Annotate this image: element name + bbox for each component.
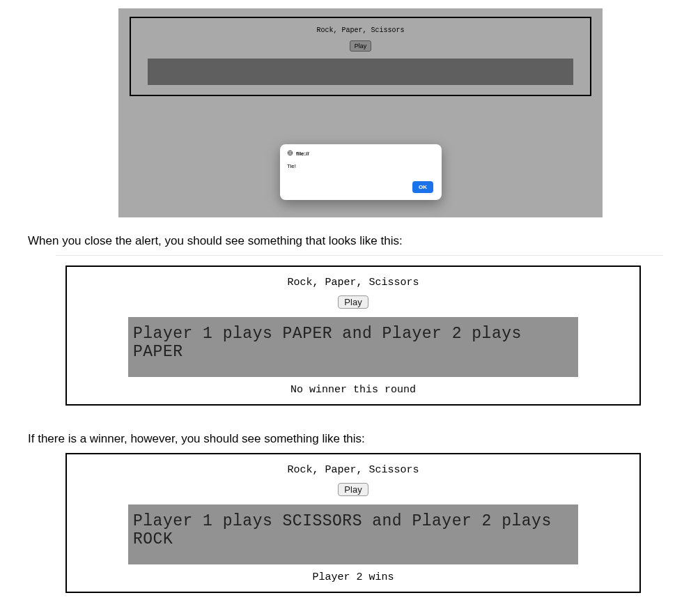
figure-winner-screenshot: Rock, Paper, Scissors Play Player 1 play…: [65, 453, 641, 593]
play-button[interactable]: Play: [338, 483, 368, 496]
round-output-bar: [148, 59, 573, 85]
result-text: No winner this round: [67, 384, 639, 396]
alert-header: file://: [287, 150, 435, 157]
game-container: Rock, Paper, Scissors Play: [130, 17, 591, 96]
game-title: Rock, Paper, Scissors: [148, 26, 573, 34]
globe-icon: [287, 150, 293, 157]
game-title: Rock, Paper, Scissors: [67, 277, 639, 288]
spacer: [0, 593, 691, 611]
alert-origin: file://: [296, 151, 309, 157]
divider: [56, 255, 663, 256]
figure-alert-screenshot: Rock, Paper, Scissors Play file:// Tie! …: [118, 8, 603, 217]
round-output-bar: Player 1 plays PAPER and Player 2 plays …: [128, 317, 578, 377]
play-button[interactable]: Play: [350, 40, 372, 52]
game-title: Rock, Paper, Scissors: [67, 464, 639, 476]
alert-message: Tie!: [287, 163, 435, 169]
result-text: Player 2 wins: [67, 571, 639, 583]
ok-button[interactable]: OK: [412, 181, 433, 193]
play-button[interactable]: Play: [338, 295, 368, 309]
figure-tie-screenshot: Rock, Paper, Scissors Play Player 1 play…: [65, 265, 641, 406]
instruction-text: If there is a winner, however, you shoul…: [28, 432, 641, 446]
instruction-text: When you close the alert, you should see…: [28, 234, 641, 248]
document-page: Rock, Paper, Scissors Play file:// Tie! …: [0, 8, 691, 611]
alert-dialog: file:// Tie! OK: [280, 144, 442, 200]
round-output-bar: Player 1 plays SCISSORS and Player 2 pla…: [128, 505, 578, 564]
